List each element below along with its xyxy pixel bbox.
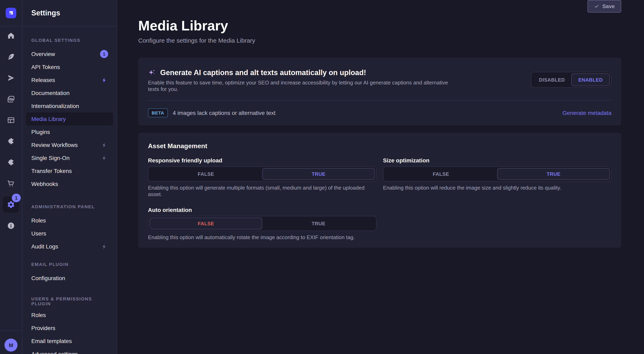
page-subtitle: Configure the settings for the Media Lib…: [138, 37, 621, 44]
rail-item-info[interactable]: [3, 218, 19, 234]
sidebar-item-label: Overview: [31, 51, 55, 57]
home-icon: [7, 32, 15, 40]
sidebar-item-single-sign-on[interactable]: Single Sign-On: [22, 152, 117, 165]
rail-item-gear[interactable]: 1: [3, 196, 19, 213]
rail-item-puzzle[interactable]: [3, 133, 19, 149]
rail-item-puzzle[interactable]: [3, 154, 19, 171]
lightning-icon: [101, 155, 107, 161]
sidebar-item-label: Roles: [31, 217, 46, 224]
sidebar-item-media-library[interactable]: Media Library: [26, 112, 113, 125]
rail-item-send[interactable]: [3, 70, 19, 86]
notification-badge: 1: [12, 194, 21, 202]
notification-badge: 1: [100, 50, 108, 58]
field-label: Size optimization: [383, 157, 612, 164]
sidebar-item-label: Documentation: [31, 90, 70, 96]
sidebar-nav: GLOBAL SETTINGSOverview1API TokensReleas…: [22, 26, 117, 354]
sidebar-item-users[interactable]: Users: [22, 227, 117, 240]
auto-orientation-toggle-option-false[interactable]: FALSE: [150, 218, 262, 229]
rail-header: [0, 0, 22, 26]
rail-item-home[interactable]: [3, 28, 19, 44]
sidebar-item-documentation[interactable]: Documentation: [22, 86, 117, 99]
user-avatar[interactable]: M: [4, 339, 18, 352]
rail-item-feather[interactable]: [3, 49, 19, 65]
ai-feature-toggle: DISABLEDENABLED: [531, 72, 612, 88]
field-label: Auto orientation: [148, 207, 376, 213]
sidebar-item-overview[interactable]: Overview1: [22, 47, 117, 60]
ai-feature-toggle-option-disabled[interactable]: DISABLED: [532, 73, 571, 86]
sidebar-item-roles[interactable]: Roles: [22, 214, 117, 227]
field-label: Responsive friendly upload: [148, 157, 376, 164]
responsive-friendly-upload-toggle-option-true[interactable]: TRUE: [262, 168, 375, 180]
sidebar-title: Settings: [31, 9, 60, 17]
rail-item-cart[interactable]: [3, 175, 19, 192]
sidebar-section-header: USERS & PERMISSIONS PLUGIN: [22, 297, 117, 305]
sidebar-item-review-workflows[interactable]: Review Workflows: [22, 139, 117, 152]
beta-row: BETA 4 images lack captions or alternati…: [148, 101, 612, 125]
sidebar-item-plugins[interactable]: Plugins: [22, 125, 117, 139]
sidebar-item-label: Plugins: [31, 129, 50, 135]
puzzle-icon: [7, 158, 15, 167]
rail-item-layout[interactable]: [3, 112, 19, 128]
sidebar-item-advanced-settings[interactable]: Advanced settings: [22, 348, 117, 354]
rail-divider: [0, 331, 22, 331]
gear-icon: [7, 200, 15, 209]
field-hint: Enabling this option will automatically …: [148, 234, 376, 241]
icon-rail: 1 M: [0, 0, 22, 354]
field-size-optimization: Size optimizationFALSETRUEEnabling this …: [383, 157, 612, 198]
sidebar-item-providers[interactable]: Providers: [22, 322, 117, 335]
lightning-icon: [101, 142, 107, 148]
ai-banner-description: Enable this feature to save time, optimi…: [148, 80, 456, 93]
sidebar-item-label: Advanced settings: [31, 351, 78, 354]
rail-items: 1: [0, 28, 22, 234]
sparkle-icon: [148, 69, 156, 77]
responsive-friendly-upload-toggle: FALSETRUE: [148, 167, 376, 181]
sidebar-item-label: Webhooks: [31, 181, 58, 187]
strapi-logo-icon: [7, 9, 15, 17]
lightning-icon: [101, 243, 107, 249]
sidebar-item-transfer-tokens[interactable]: Transfer Tokens: [22, 165, 117, 177]
send-icon: [7, 74, 15, 82]
sidebar-item-audit-logs[interactable]: Audit Logs: [22, 240, 117, 253]
sidebar-item-label: Email templates: [31, 338, 72, 344]
main-content: Media Library Configure the settings for…: [117, 0, 644, 354]
sidebar-item-releases[interactable]: Releases: [22, 73, 117, 86]
rail-item-images[interactable]: [3, 91, 19, 107]
sidebar-item-internationalization[interactable]: Internationalization: [22, 99, 117, 112]
field-responsive-friendly-upload: Responsive friendly uploadFALSETRUEEnabl…: [148, 157, 376, 198]
settings-sidebar: Settings GLOBAL SETTINGSOverview1API Tok…: [22, 0, 117, 354]
responsive-friendly-upload-toggle-option-false[interactable]: FALSE: [150, 168, 262, 180]
info-icon: [7, 222, 15, 230]
sidebar-item-label: Single Sign-On: [31, 155, 70, 161]
field-auto-orientation: Auto orientationFALSETRUEEnabling this o…: [148, 207, 376, 241]
save-button-label: Save: [602, 3, 615, 9]
sidebar-item-label: Releases: [31, 77, 55, 83]
sidebar-item-webhooks[interactable]: Webhooks: [22, 177, 117, 190]
sidebar-item-label: Internationalization: [31, 103, 79, 109]
save-button[interactable]: Save: [587, 0, 621, 12]
sidebar-item-configuration[interactable]: Configuration: [22, 272, 117, 285]
sidebar-item-api-tokens[interactable]: API Tokens: [22, 60, 117, 73]
size-optimization-toggle-option-false[interactable]: FALSE: [384, 168, 497, 180]
auto-orientation-toggle: FALSETRUE: [148, 216, 376, 231]
sidebar-item-label: API Tokens: [31, 64, 60, 70]
sidebar-item-label: Review Workflows: [31, 142, 78, 148]
auto-orientation-toggle-option-true[interactable]: TRUE: [262, 218, 375, 229]
generate-metadata-link[interactable]: Generate metadata: [562, 110, 612, 116]
asset-management-card: Asset Management Responsive friendly upl…: [138, 133, 621, 248]
sidebar-item-roles[interactable]: Roles: [22, 309, 117, 322]
strapi-settings-page: 1 M Settings GLOBAL SETTINGSOverview1API…: [0, 0, 644, 354]
ai-feature-toggle-option-enabled[interactable]: ENABLED: [571, 73, 610, 86]
sidebar-item-label: Audit Logs: [31, 243, 58, 250]
size-optimization-toggle-option-true[interactable]: TRUE: [497, 168, 610, 180]
sidebar-item-label: Configuration: [31, 275, 65, 281]
sidebar-section-global-settings: GLOBAL SETTINGSOverview1API TokensReleas…: [22, 36, 117, 190]
sidebar-item-email-templates[interactable]: Email templates: [22, 335, 117, 348]
missing-captions-message: 4 images lack captions or alternative te…: [172, 110, 276, 116]
strapi-logo[interactable]: [6, 8, 16, 18]
feather-icon: [7, 53, 15, 61]
ai-banner-card: Generate AI captions and alt texts autom…: [138, 58, 621, 125]
sidebar-section-email-plugin: EMAIL PLUGINConfiguration: [22, 260, 117, 285]
sidebar-section-users-permissions-plugin: USERS & PERMISSIONS PLUGINRolesProviders…: [22, 297, 117, 354]
sidebar-item-label: Roles: [31, 312, 46, 318]
lightning-icon: [101, 77, 107, 83]
